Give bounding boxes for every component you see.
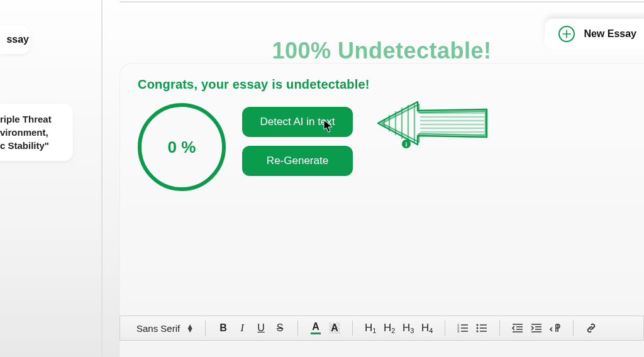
underline-button[interactable]: U (255, 321, 267, 336)
bold-button[interactable]: B (217, 321, 230, 336)
result-row: 0 % Detect AI in text Re-Generate i (138, 103, 626, 191)
text-color-button[interactable]: A (309, 321, 322, 336)
h4-button[interactable]: H4 (421, 321, 433, 336)
toolbar-separator (499, 321, 500, 336)
tab-background (541, 11, 644, 23)
sidebar-item-label: ssay (6, 34, 29, 45)
toolbar-separator (205, 321, 206, 336)
caret-icon: ▲▼ (186, 324, 194, 332)
h2-button[interactable]: H2 (383, 321, 396, 336)
toolbar-separator (297, 321, 298, 336)
percent-ring: 0 % (138, 103, 226, 191)
link-button[interactable] (585, 321, 597, 336)
sidebar-item-label: riple Threat (0, 113, 73, 126)
toolbar-heading-group: H1 H2 H3 H4 (358, 316, 440, 340)
toolbar-color-group: A A (303, 316, 347, 340)
sidebar-item-triple-threat[interactable]: riple Threat vironment, c Stability" (0, 104, 73, 161)
toolbar-font-group: Sans Serif ▲▼ (130, 316, 200, 340)
toolbar-indent-group (505, 316, 568, 340)
sidebar-item-label: c Stability" (0, 139, 73, 152)
toolbar-separator (573, 321, 574, 336)
editor-toolbar: Sans Serif ▲▼ B I U S A A (119, 316, 644, 341)
sidebar: ssay riple Threat vironment, c Stability… (0, 0, 85, 357)
unordered-list-button[interactable] (475, 321, 488, 336)
h3-button[interactable]: H3 (402, 321, 414, 336)
toolbar-list-group: 123 (450, 316, 494, 340)
toolbar-separator (352, 321, 353, 336)
congrats-text: Congrats, your essay is undetectable! (138, 77, 626, 92)
result-card: Congrats, your essay is undetectable! 0 … (119, 63, 644, 357)
svg-text:3: 3 (457, 329, 460, 333)
sidebar-item-essay[interactable]: ssay (0, 25, 30, 54)
color-bar-icon (311, 332, 321, 334)
toolbar-link-group (579, 316, 604, 340)
button-label: Detect AI in text (260, 116, 335, 128)
font-family-select[interactable]: Sans Serif ▲▼ (136, 323, 194, 334)
font-family-label: Sans Serif (136, 323, 180, 334)
button-label: Re-Generate (267, 155, 328, 167)
indent-button[interactable] (530, 321, 543, 336)
horizontal-divider (119, 1, 644, 3)
info-label: i (406, 141, 408, 148)
sketch-arrow-icon (370, 98, 515, 173)
toolbar-format-group: B I U S (211, 316, 292, 340)
ordered-list-button[interactable]: 123 (457, 321, 469, 336)
toolbar-separator (445, 321, 445, 336)
svg-point-5 (477, 331, 479, 332)
detect-ai-button[interactable]: Detect AI in text (242, 107, 353, 137)
percent-value: 0 % (168, 138, 196, 157)
action-buttons: Detect AI in text Re-Generate (242, 103, 353, 176)
banner-text: 100% Undetectable! (119, 38, 644, 64)
text-direction-button[interactable] (549, 321, 562, 336)
strike-button[interactable]: S (274, 321, 286, 336)
h1-button[interactable]: H1 (364, 321, 377, 336)
regenerate-button[interactable]: Re-Generate (242, 146, 353, 176)
sidebar-item-label: vironment, (0, 126, 73, 139)
italic-button[interactable]: I (236, 321, 248, 336)
highlight-button[interactable]: A (328, 321, 341, 336)
vertical-divider (101, 0, 103, 357)
svg-point-4 (477, 327, 479, 329)
outdent-button[interactable] (511, 321, 524, 336)
info-icon[interactable]: i (402, 140, 411, 148)
svg-point-3 (477, 324, 479, 326)
